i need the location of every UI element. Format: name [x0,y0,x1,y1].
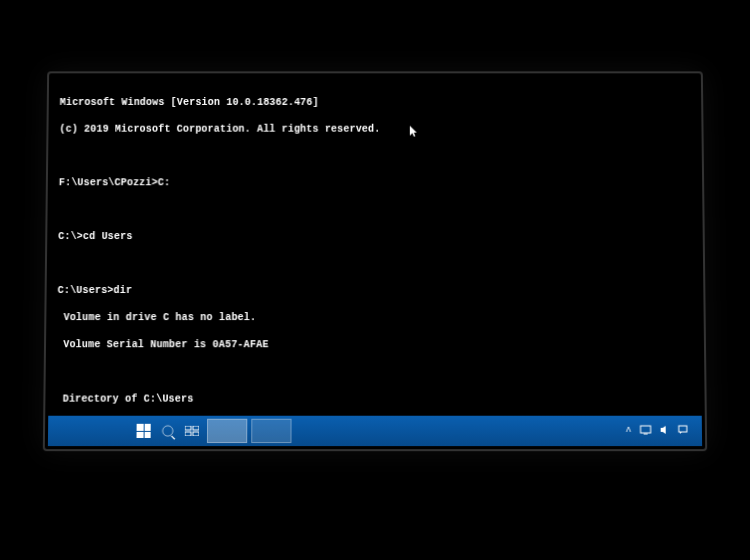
network-icon[interactable] [637,424,653,437]
svg-rect-6 [679,425,687,431]
blank-line [58,257,692,270]
screen: Microsoft Windows [Version 10.0.18362.47… [48,76,702,446]
task-view-icon [185,426,199,436]
header-line: Microsoft Windows [Version 10.0.18362.47… [60,96,691,109]
laptop-screen-frame: Microsoft Windows [Version 10.0.18362.47… [43,71,707,451]
blank-line [59,149,691,162]
command-prompt-window[interactable]: Microsoft Windows [Version 10.0.18362.47… [48,76,702,415]
prompt-line: F:\Users\CPozzi>C: [59,176,691,189]
svg-rect-2 [185,432,191,436]
svg-rect-1 [193,426,199,430]
search-icon [162,425,173,436]
output-line: Volume in drive C has no label. [57,311,692,325]
taskbar-left [132,419,291,443]
taskbar-app[interactable] [251,419,291,443]
blank-line [58,203,691,216]
prompt-line: C:\Users>dir [58,284,693,298]
start-button[interactable] [132,420,154,442]
system-tray: ^ [623,424,698,437]
output-line: Volume Serial Number is 0A57-AFAE [57,338,693,352]
prompt-line: C:\>cd Users [58,230,692,243]
blank-line [57,365,694,379]
header-line: (c) 2019 Microsoft Corporation. All righ… [59,122,690,135]
svg-rect-0 [185,426,191,430]
task-view-button[interactable] [181,420,203,442]
volume-icon[interactable] [658,424,672,437]
svg-rect-3 [193,432,199,436]
svg-rect-4 [641,425,651,432]
action-center-icon[interactable] [676,424,690,437]
taskbar-app-cmd[interactable] [207,419,247,443]
windows-logo-icon [132,420,154,442]
taskbar: ^ [48,416,702,446]
mouse-pointer-icon [410,126,418,138]
output-line: Directory of C:\Users [56,392,693,406]
chevron-up-icon[interactable]: ^ [623,425,633,436]
search-button[interactable] [157,420,179,442]
